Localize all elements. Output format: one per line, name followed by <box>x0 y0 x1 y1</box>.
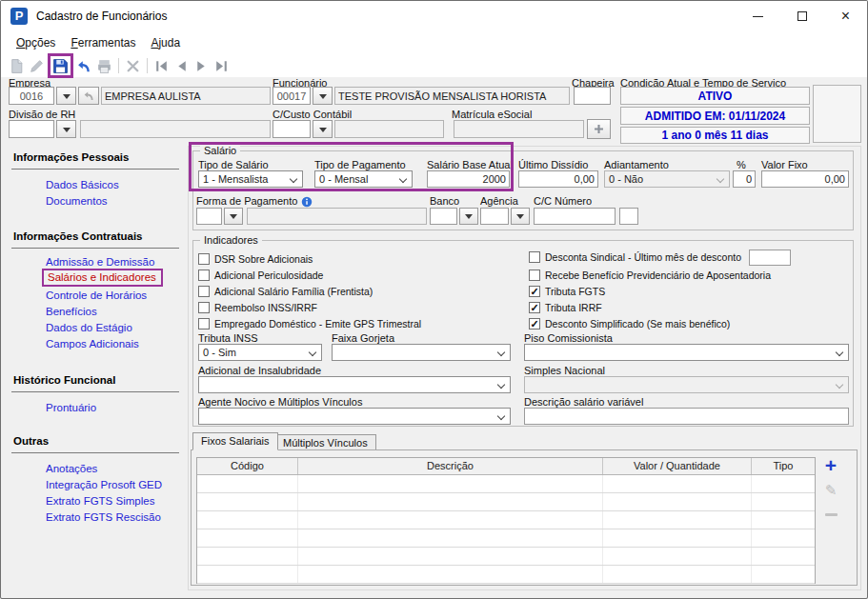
ccusto-code-field[interactable] <box>273 120 311 138</box>
nav-last-button[interactable] <box>212 56 232 76</box>
checkbox-box[interactable] <box>198 318 210 329</box>
tab-multiplos-vinculos[interactable]: Múltiplos Vínculos <box>274 434 376 450</box>
checkbox-tributa-irrf[interactable]: ✓Tributa IRRF <box>529 301 602 314</box>
descricao-salario-variavel-field[interactable] <box>524 408 849 425</box>
checkbox-recebe-beneficio-previdenciario[interactable]: Recebe Benefício Previdenciário de Apose… <box>529 269 771 282</box>
empresa-revert-button[interactable] <box>78 87 99 105</box>
report-button[interactable] <box>94 56 114 76</box>
checkbox-box[interactable]: ✓ <box>529 302 540 313</box>
nav-first-button[interactable] <box>151 56 172 76</box>
adicional-insalubridade-select[interactable] <box>198 376 511 393</box>
checkbox-box[interactable] <box>198 286 210 297</box>
faixa-gorjeta-select[interactable] <box>332 344 511 361</box>
maximize-button[interactable] <box>780 1 823 31</box>
sidebar-item-salarios-indicadores[interactable]: Salários e Indicadores <box>42 269 163 287</box>
column-header-tipo[interactable]: Tipo <box>752 458 815 474</box>
sidebar-item-dados-estagio[interactable]: Dados do Estágio <box>46 322 132 333</box>
checkbox-box[interactable] <box>529 270 540 281</box>
adiantamento-select[interactable]: 0 - Não <box>604 170 730 188</box>
checkbox-desconto-simplificado[interactable]: ✓Desconto Simplificado (Se mais benéfico… <box>529 317 730 330</box>
checkbox-box[interactable] <box>198 270 210 281</box>
ccusto-dropdown-button[interactable] <box>313 120 333 138</box>
menu-ferramentas[interactable]: Ferramentas <box>63 33 143 52</box>
forma-pagamento-dropdown-button[interactable] <box>224 208 243 225</box>
checkbox-tributa-fgts[interactable]: ✓Tributa FGTS <box>529 285 605 298</box>
grid-remove-button[interactable] <box>820 508 841 516</box>
edit-record-button[interactable] <box>27 56 47 76</box>
divisao-rh-dropdown-button[interactable] <box>56 120 76 138</box>
piso-comissionista-select[interactable] <box>524 344 849 361</box>
descricao-salario-variavel-label: Descrição salário variável <box>524 396 643 408</box>
percentual-field[interactable] <box>733 170 756 188</box>
tipo-salario-select[interactable]: 1 - Mensalista <box>198 170 303 188</box>
table-row[interactable] <box>197 548 815 566</box>
save-button[interactable] <box>50 56 71 76</box>
undo-button[interactable] <box>74 56 94 76</box>
sindical-mes-field[interactable] <box>749 250 791 266</box>
checkbox-empregado-domestico[interactable]: Empregado Doméstico - Emite GPS Trimestr… <box>198 317 421 330</box>
table-row[interactable] <box>197 566 815 584</box>
nav-previous-button[interactable] <box>172 56 192 76</box>
divisao-rh-code-field[interactable] <box>9 120 54 138</box>
menu-ajuda[interactable]: Ajuda <box>143 33 188 52</box>
sidebar-item-extrato-fgts-simples[interactable]: Extrato FGTS Simples <box>46 495 154 507</box>
table-row[interactable] <box>197 493 815 511</box>
sidebar-item-integracao-prosoft-ged[interactable]: Integração Prosoft GED <box>46 479 162 490</box>
checkbox-adicional-salario-familia[interactable]: Adicional Salário Família (Frentista) <box>198 285 373 298</box>
sidebar-item-prontuario[interactable]: Prontuário <box>46 402 96 413</box>
banco-dropdown-button[interactable] <box>459 208 478 225</box>
indicadores-groupbox: Indicadores DSR Sobre Adicionais Adicion… <box>192 240 854 427</box>
checkbox-box[interactable] <box>529 251 540 263</box>
funcionario-dropdown-button[interactable] <box>313 87 333 105</box>
cc-digito-field[interactable] <box>619 208 638 225</box>
tab-fixos-salariais[interactable]: Fixos Salariais <box>192 432 278 450</box>
forma-pagamento-code-field[interactable] <box>196 208 222 225</box>
ultimo-dissidio-field[interactable] <box>518 170 598 188</box>
sidebar-item-admissao-demissao[interactable]: Admissão e Demissão <box>46 256 154 268</box>
checkbox-box[interactable] <box>198 302 210 313</box>
column-header-descricao[interactable]: Descrição <box>298 458 603 474</box>
banco-field[interactable] <box>430 208 457 225</box>
menu-bar: Opções Ferramentas Ajuda <box>1 31 867 54</box>
agencia-dropdown-button[interactable] <box>511 208 530 225</box>
checkbox-box[interactable]: ✓ <box>529 286 540 297</box>
menu-opcoes[interactable]: Opções <box>9 33 63 52</box>
grid-edit-button[interactable]: ✎ <box>820 482 841 499</box>
checkbox-reembolso-inss-irrf[interactable]: Reembolso INSS/IRRF <box>198 301 317 314</box>
grid-add-button[interactable]: + <box>820 456 841 475</box>
sidebar-item-dados-basicos[interactable]: Dados Básicos <box>46 179 119 190</box>
column-header-codigo[interactable]: Código <box>197 458 298 474</box>
cc-numero-field[interactable] <box>534 208 616 225</box>
delete-record-button[interactable] <box>123 56 143 76</box>
agencia-field[interactable] <box>480 208 509 225</box>
new-record-button[interactable] <box>7 56 27 76</box>
salario-base-field[interactable] <box>427 170 510 188</box>
chapeira-field[interactable] <box>574 87 611 105</box>
table-row[interactable] <box>197 511 815 529</box>
checkbox-box[interactable] <box>198 253 210 265</box>
sidebar-item-anotacoes[interactable]: Anotações <box>46 463 97 474</box>
table-row[interactable] <box>197 529 815 548</box>
funcionario-code-field[interactable] <box>273 87 311 105</box>
table-row[interactable] <box>197 475 815 493</box>
valor-fixo-field[interactable] <box>761 170 849 188</box>
checkbox-dsr-sobre-adicionais[interactable]: DSR Sobre Adicionais <box>198 252 313 266</box>
tipo-pagamento-select[interactable]: 0 - Mensal <box>314 170 413 188</box>
nav-next-button[interactable] <box>192 56 212 76</box>
sidebar-item-controle-horarios[interactable]: Controle de Horários <box>46 290 147 301</box>
minimize-button[interactable] <box>737 1 779 31</box>
checkbox-box[interactable]: ✓ <box>529 318 540 329</box>
checkbox-adicional-periculosidade[interactable]: Adicional Periculosidade <box>198 269 323 282</box>
empresa-code-field[interactable] <box>9 87 54 105</box>
agente-nocivo-select[interactable] <box>198 408 511 425</box>
sidebar-item-documentos[interactable]: Documentos <box>46 195 108 207</box>
matricula-esocial-add-button[interactable] <box>587 119 611 139</box>
sidebar-item-beneficios[interactable]: Benefícios <box>46 306 97 317</box>
sidebar-item-extrato-fgts-rescisao[interactable]: Extrato FGTS Rescisão <box>46 511 161 523</box>
empresa-dropdown-button[interactable] <box>56 87 76 105</box>
checkbox-desconta-sindical[interactable]: Desconta Sindical - Último mês de descon… <box>529 250 791 264</box>
sidebar-item-campos-adicionais[interactable]: Campos Adicionais <box>46 338 139 349</box>
tributa-inss-select[interactable]: 0 - Sim <box>198 344 322 361</box>
column-header-valor-quantidade[interactable]: Valor / Quantidade <box>603 458 752 474</box>
close-button[interactable]: × <box>824 1 867 31</box>
